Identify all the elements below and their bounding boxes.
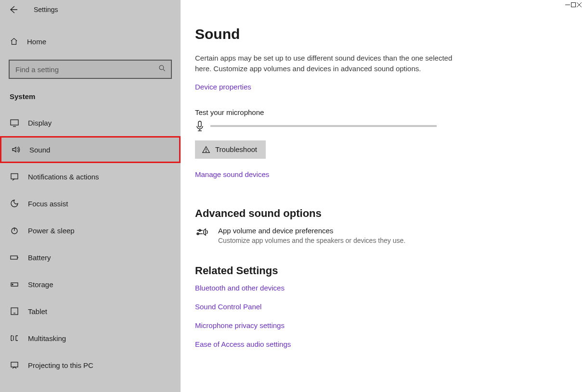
sidebar-item-power-sleep[interactable]: Power & sleep — [0, 217, 181, 244]
app-volume-subtitle: Customize app volumes and the speakers o… — [218, 237, 405, 244]
svg-rect-1 — [11, 120, 18, 125]
search-container — [9, 60, 172, 79]
search-icon — [158, 64, 166, 72]
minimize-button[interactable] — [565, 2, 571, 8]
sidebar-item-label: Sound — [29, 146, 50, 154]
manage-sound-devices-link[interactable]: Manage sound devices — [195, 170, 269, 178]
related-settings-heading: Related Settings — [195, 265, 570, 277]
sidebar-item-label: Battery — [28, 253, 51, 262]
back-button[interactable] — [8, 4, 19, 15]
troubleshoot-button[interactable]: Troubleshoot — [195, 140, 266, 159]
multitasking-icon — [10, 333, 19, 343]
advanced-options-heading: Advanced sound options — [195, 207, 570, 220]
sidebar: Settings Home System Display — [0, 0, 181, 392]
projecting-icon — [10, 360, 19, 370]
home-label: Home — [27, 38, 46, 46]
sidebar-item-storage[interactable]: Storage — [0, 271, 181, 298]
sidebar-nav: Display Sound Notifications & actions Fo… — [0, 109, 181, 379]
sidebar-item-tablet[interactable]: Tablet — [0, 298, 181, 325]
app-volume-title: App volume and device preferences — [218, 227, 405, 235]
related-link-bluetooth[interactable]: Bluetooth and other devices — [195, 284, 570, 292]
sidebar-item-label: Notifications & actions — [28, 173, 99, 181]
sidebar-item-label: Storage — [28, 280, 53, 289]
svg-rect-9 — [571, 3, 576, 7]
section-label: System — [0, 79, 181, 106]
sidebar-item-label: Tablet — [28, 307, 47, 316]
sidebar-item-label: Multitasking — [28, 334, 66, 342]
sliders-icon — [195, 227, 208, 240]
app-title: Settings — [34, 6, 58, 13]
related-link-sound-control-panel[interactable]: Sound Control Panel — [195, 303, 570, 311]
close-button[interactable] — [576, 2, 582, 8]
sidebar-item-label: Focus assist — [28, 200, 68, 208]
sidebar-item-display[interactable]: Display — [0, 109, 181, 136]
window-controls — [181, 0, 584, 19]
related-link-mic-privacy[interactable]: Microphone privacy settings — [195, 321, 570, 329]
page-title: Sound — [195, 26, 570, 42]
sidebar-item-label: Power & sleep — [28, 227, 75, 235]
sidebar-item-label: Projecting to this PC — [28, 361, 93, 369]
test-microphone-label: Test your microphone — [195, 108, 570, 116]
notifications-icon — [10, 172, 19, 181]
svg-rect-8 — [11, 362, 18, 367]
warning-icon — [202, 145, 210, 154]
main-panel: Sound Certain apps may be set up to use … — [181, 0, 584, 392]
sound-icon — [11, 145, 21, 154]
sidebar-item-battery[interactable]: Battery — [0, 244, 181, 271]
app-volume-preferences-row[interactable]: App volume and device preferences Custom… — [195, 227, 570, 244]
svg-rect-2 — [11, 174, 18, 179]
sidebar-item-label: Display — [28, 119, 52, 127]
related-link-ease-of-access-audio[interactable]: Ease of Access audio settings — [195, 340, 570, 348]
sidebar-item-sound[interactable]: Sound — [0, 136, 181, 163]
battery-icon — [10, 253, 19, 262]
focus-assist-icon — [10, 199, 19, 208]
svg-rect-10 — [198, 121, 201, 127]
sidebar-item-multitasking[interactable]: Multitasking — [0, 325, 181, 352]
microphone-level-bar — [210, 125, 437, 127]
page-description: Certain apps may be set up to use differ… — [195, 53, 455, 74]
home-icon — [10, 37, 18, 46]
sidebar-item-projecting[interactable]: Projecting to this PC — [0, 352, 181, 379]
storage-icon — [10, 279, 19, 289]
svg-rect-7 — [11, 308, 18, 315]
display-icon — [10, 118, 19, 127]
power-icon — [10, 226, 19, 235]
device-properties-link[interactable]: Device properties — [195, 83, 251, 91]
svg-point-0 — [159, 65, 164, 70]
sidebar-item-focus-assist[interactable]: Focus assist — [0, 190, 181, 217]
home-button[interactable]: Home — [0, 31, 181, 52]
troubleshoot-label: Troubleshoot — [215, 145, 257, 153]
svg-rect-4 — [11, 256, 17, 259]
search-input[interactable] — [9, 60, 172, 79]
svg-point-11 — [206, 151, 206, 152]
microphone-icon — [195, 120, 205, 132]
maximize-button[interactable] — [571, 2, 576, 8]
tablet-icon — [10, 306, 19, 316]
sidebar-item-notifications[interactable]: Notifications & actions — [0, 163, 181, 190]
svg-point-6 — [12, 284, 13, 285]
